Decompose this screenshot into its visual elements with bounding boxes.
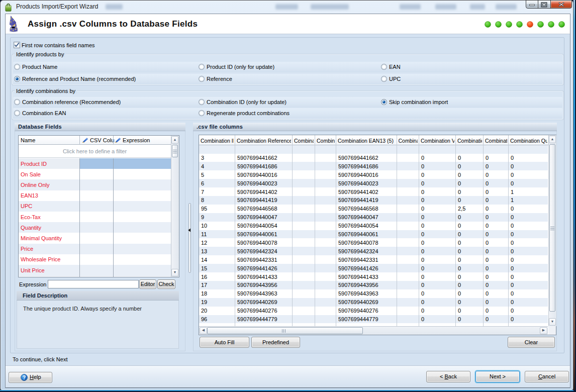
svg-text:?: ?: [23, 374, 26, 380]
